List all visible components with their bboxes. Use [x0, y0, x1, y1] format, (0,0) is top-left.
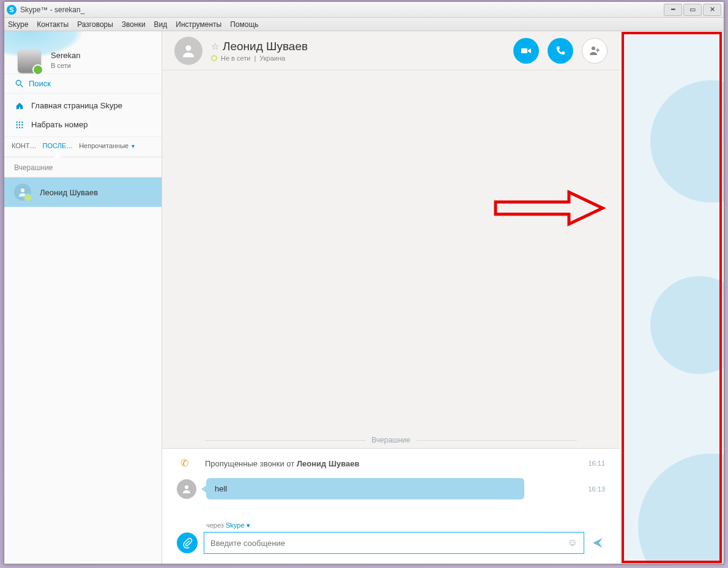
message-row: hell 16:13 — [177, 478, 605, 499]
message-time: 16:13 — [588, 485, 605, 493]
decoration-circle — [650, 80, 724, 203]
my-name: Serekan — [51, 51, 80, 60]
menu-contacts[interactable]: Контакты — [37, 20, 69, 29]
titlebar: S Skype™ - serekan_ ━ ▭ ✕ — [4, 2, 724, 18]
skype-logo-icon: S — [7, 5, 17, 15]
paperclip-icon — [182, 537, 193, 548]
contact-name: Леонид Шуваев — [40, 188, 98, 197]
svg-point-8 — [16, 127, 17, 128]
sidebar: Serekan В сети Поиск Главная страница Sk… — [4, 31, 162, 564]
ad-panel — [620, 31, 724, 564]
add-person-icon — [589, 45, 601, 57]
close-button[interactable]: ✕ — [703, 4, 721, 16]
menubar: Skype Контакты Разговоры Звонки Вид Инст… — [4, 18, 724, 31]
svg-point-10 — [21, 127, 23, 128]
svg-point-9 — [19, 127, 20, 128]
send-button[interactable] — [590, 536, 605, 550]
svg-point-14 — [592, 47, 595, 50]
profile-header[interactable]: Serekan В сети — [4, 31, 162, 74]
svg-point-15 — [185, 485, 188, 489]
svg-rect-13 — [521, 48, 527, 53]
maximize-button[interactable]: ▭ — [683, 4, 702, 16]
contact-avatar — [14, 184, 31, 201]
chevron-down-icon: ▾ — [130, 143, 135, 149]
message-input-box[interactable]: ☺ — [204, 532, 584, 554]
peer-name: Леонид Шуваев — [223, 40, 308, 53]
video-icon — [520, 45, 532, 57]
conversation-panel: ☆ Леонид Шуваев Не в сети | Украина — [162, 31, 620, 564]
search-icon — [15, 80, 24, 88]
phone-icon — [555, 45, 566, 56]
nav-dial-label: Набрать номер — [31, 120, 87, 129]
nav-home[interactable]: Главная страница Skype — [4, 96, 162, 115]
person-icon — [18, 187, 28, 197]
svg-point-6 — [19, 124, 20, 125]
tab-unread[interactable]: Непрочитанные ▾ — [79, 142, 135, 149]
missed-call-text: Пропущенные звонки от Леонид Шуваев — [205, 459, 359, 468]
message-avatar[interactable] — [177, 479, 196, 499]
composer: через Skype ▾ ☺ — [162, 517, 620, 564]
favorite-star-icon[interactable]: ☆ — [211, 41, 219, 52]
date-divider: Вчерашние — [162, 436, 620, 448]
minimize-button[interactable]: ━ — [664, 4, 682, 16]
conversation-header: ☆ Леонид Шуваев Не в сети | Украина — [162, 31, 620, 70]
window-title: Skype™ - serekan_ — [20, 6, 663, 14]
menu-tools[interactable]: Инструменты — [176, 20, 221, 29]
search-button[interactable]: Поиск — [4, 74, 162, 94]
missed-call-row[interactable]: ✆ Пропущенные звонки от Леонид Шуваев 16… — [177, 457, 605, 469]
menu-conversations[interactable]: Разговоры — [77, 20, 113, 29]
svg-line-1 — [21, 84, 23, 87]
filter-tabs: КОНТ… ПОСЛЕ… Непрочитанные ▾ — [4, 137, 162, 157]
dialpad-icon — [15, 121, 24, 129]
peer-location: Украина — [259, 54, 285, 62]
tab-contacts[interactable]: КОНТ… — [12, 142, 37, 149]
home-icon — [15, 102, 24, 110]
svg-point-0 — [16, 80, 21, 85]
svg-point-4 — [21, 121, 23, 122]
svg-point-2 — [16, 121, 17, 122]
svg-point-5 — [16, 124, 17, 125]
menu-help[interactable]: Помощь — [230, 20, 258, 29]
missed-call-time: 16:11 — [588, 460, 605, 467]
search-label: Поиск — [29, 79, 51, 88]
svg-point-7 — [21, 124, 23, 125]
tab-recent[interactable]: ПОСЛЕ… — [43, 142, 73, 149]
attach-button[interactable] — [177, 532, 198, 553]
decoration-circle — [650, 276, 724, 374]
menu-view[interactable]: Вид — [154, 20, 168, 29]
video-call-button[interactable] — [513, 38, 539, 64]
section-yesterday: Вчерашние — [4, 157, 162, 177]
svg-point-12 — [186, 45, 191, 51]
my-status[interactable]: В сети — [51, 62, 71, 69]
conversation-body: Вчерашние — [162, 70, 620, 448]
my-avatar[interactable] — [18, 50, 41, 73]
decoration-circle — [638, 454, 724, 564]
peer-avatar[interactable] — [174, 37, 202, 65]
voice-call-button[interactable] — [548, 38, 573, 64]
presence-dot-icon — [211, 55, 217, 61]
missed-call-icon: ✆ — [180, 457, 193, 469]
person-icon — [181, 43, 196, 58]
person-icon — [182, 484, 191, 494]
messages-area: ✆ Пропущенные звонки от Леонид Шуваев 16… — [162, 448, 620, 517]
app-window: S Skype™ - serekan_ ━ ▭ ✕ Skype Контакты… — [4, 1, 724, 564]
peer-presence: Не в сети — [221, 54, 250, 62]
nav-home-label: Главная страница Skype — [31, 101, 122, 110]
message-input[interactable] — [210, 539, 568, 548]
via-label: через Skype ▾ — [206, 521, 605, 529]
menu-skype[interactable]: Skype — [8, 20, 28, 29]
svg-point-11 — [21, 189, 24, 192]
svg-point-3 — [19, 121, 20, 122]
send-icon — [592, 537, 604, 549]
nav-dial[interactable]: Набрать номер — [4, 115, 162, 134]
via-skype-link[interactable]: Skype ▾ — [226, 521, 250, 529]
emoji-button[interactable]: ☺ — [568, 537, 578, 548]
add-people-button[interactable] — [582, 38, 607, 64]
message-bubble[interactable]: hell — [206, 478, 524, 499]
menu-calls[interactable]: Звонки — [122, 20, 146, 29]
contact-item[interactable]: Леонид Шуваев — [4, 177, 162, 207]
